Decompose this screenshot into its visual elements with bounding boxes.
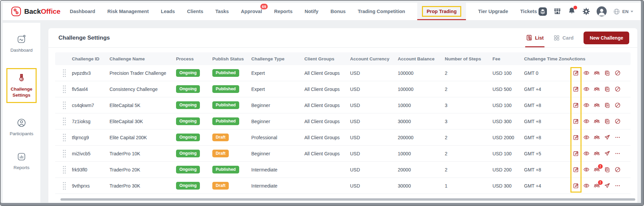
- eye-icon[interactable]: [583, 150, 590, 157]
- cell-drag: [55, 113, 72, 129]
- notifications-bell[interactable]: [568, 7, 576, 16]
- more-icon[interactable]: [614, 134, 621, 141]
- ban-icon[interactable]: [614, 86, 621, 92]
- gear-icon[interactable]: [582, 7, 590, 15]
- cell-challenge-name: Precision Trader Challenge: [110, 65, 176, 81]
- edit-icon[interactable]: [573, 70, 579, 76]
- drag-handle[interactable]: [62, 85, 66, 93]
- cell-challenge-id: flv5axl4: [72, 81, 110, 97]
- cell-challenge-name: EliteCapital 30K: [110, 113, 176, 129]
- process-badge-cell: Ongoing: [176, 97, 212, 113]
- publish-status-badge-cell: Draft: [212, 130, 251, 145]
- ban-icon[interactable]: [614, 70, 621, 76]
- nav-item-prop-trading[interactable]: Prop Trading: [417, 3, 466, 20]
- edit-icon[interactable]: [573, 102, 579, 108]
- table-row: tfqrncg9Elite Capital 200KOngoingDraftPr…: [55, 130, 631, 146]
- eye-icon[interactable]: [583, 118, 590, 124]
- nav-item-tickets[interactable]: Tickets: [520, 3, 537, 20]
- sidebar-item-reports[interactable]: Reports: [13, 152, 29, 171]
- column-header-publish-status: Publish Status: [212, 52, 251, 65]
- eye-icon[interactable]: [583, 166, 590, 173]
- users-icon[interactable]: [594, 134, 600, 141]
- nav-item-reports[interactable]: Reports: [274, 3, 293, 20]
- drag-handle[interactable]: [62, 149, 66, 158]
- cell-challenge-id: 7z1ioksg: [72, 113, 110, 129]
- process-badge: Ongoing: [176, 101, 200, 109]
- drag-handle[interactable]: [62, 182, 66, 190]
- ban-icon[interactable]: [614, 166, 621, 173]
- avatar[interactable]: [597, 6, 607, 16]
- edit-icon[interactable]: [573, 183, 579, 189]
- eye-icon: [583, 166, 590, 173]
- nav-item-label: Clients: [187, 9, 203, 14]
- layers-icon[interactable]: [539, 7, 547, 16]
- horizontal-scrollbar[interactable]: [60, 198, 635, 201]
- ban-icon[interactable]: [614, 118, 621, 124]
- card-view-toggle[interactable]: Card: [554, 28, 573, 47]
- language-selector[interactable]: EN: [613, 8, 633, 15]
- cell-number-of-steps: 2: [445, 146, 492, 161]
- users-icon[interactable]: [594, 102, 600, 108]
- edit-icon[interactable]: [573, 86, 579, 92]
- edit-icon[interactable]: [573, 134, 579, 141]
- list-view-toggle[interactable]: List: [526, 28, 544, 47]
- users-icon[interactable]: [594, 70, 600, 76]
- cell-client-groups: All Client Groups: [304, 65, 350, 81]
- nav-item-tasks[interactable]: Tasks: [215, 3, 229, 20]
- send-icon[interactable]: [604, 150, 610, 157]
- ban-icon[interactable]: [614, 102, 621, 108]
- send-icon[interactable]: [604, 134, 610, 141]
- users-alert-icon[interactable]: !: [594, 183, 600, 189]
- drag-handle[interactable]: [62, 101, 66, 109]
- eye-icon[interactable]: [583, 70, 590, 76]
- drag-handle[interactable]: [62, 165, 66, 174]
- nav-item-bonus[interactable]: Bonus: [331, 3, 346, 20]
- send-icon[interactable]: [604, 183, 610, 189]
- sidebar-item-participants[interactable]: Participants: [10, 118, 34, 137]
- nav-item-approval[interactable]: Approval69: [241, 3, 262, 20]
- copy-icon[interactable]: [604, 166, 610, 173]
- nav-item-clients[interactable]: Clients: [187, 3, 203, 20]
- copy-icon[interactable]: [604, 70, 610, 76]
- nav-item-dashboard[interactable]: Dashboard: [70, 3, 95, 20]
- nav-item-label: Bonus: [331, 9, 346, 14]
- nav-item-trading-competition[interactable]: Trading Competition: [358, 3, 405, 20]
- sidebar-item-challenge-settings[interactable]: Challenge Settings: [6, 68, 37, 103]
- edit-icon[interactable]: [573, 166, 579, 173]
- drag-handle[interactable]: [62, 117, 66, 125]
- brand-logo[interactable]: BackOffice: [11, 3, 60, 20]
- eye-icon[interactable]: [583, 134, 590, 141]
- drag-handle[interactable]: [62, 133, 66, 142]
- users-alert-icon[interactable]: !: [594, 166, 600, 173]
- eye-icon: [583, 183, 590, 189]
- copy-icon[interactable]: [604, 86, 610, 92]
- more-icon[interactable]: [614, 150, 621, 157]
- eye-icon[interactable]: [583, 102, 590, 108]
- process-badge: Ongoing: [176, 69, 200, 77]
- nav-item-notify[interactable]: Notify: [305, 3, 318, 20]
- copy-icon[interactable]: [604, 102, 610, 108]
- users-icon[interactable]: [594, 118, 600, 124]
- users-icon[interactable]: [594, 150, 600, 157]
- nav-item-tier-upgrade[interactable]: Tier Upgrade: [478, 3, 508, 20]
- cell-account-currency: USD: [350, 162, 398, 177]
- drag-handle[interactable]: [62, 69, 66, 77]
- copy-icon[interactable]: [604, 118, 610, 124]
- nav-item-leads[interactable]: Leads: [161, 3, 175, 20]
- eye-icon[interactable]: [583, 183, 590, 189]
- store-icon[interactable]: [553, 7, 561, 15]
- nav-item-risk-management[interactable]: Risk Management: [107, 3, 148, 20]
- publish-status-badge-cell: Draft: [212, 146, 251, 161]
- cell-actions: [569, 146, 631, 161]
- users-icon[interactable]: [594, 86, 600, 92]
- users-icon: [594, 86, 600, 92]
- more-icon[interactable]: [614, 183, 621, 189]
- sidebar-item-dashboard[interactable]: Dashboard: [10, 34, 33, 53]
- edit-icon[interactable]: [573, 150, 579, 157]
- new-challenge-button[interactable]: New Challenge: [584, 32, 629, 44]
- cell-challenge-time-zone: GMT +8: [524, 113, 569, 129]
- edit-icon[interactable]: [573, 118, 579, 124]
- eye-icon[interactable]: [583, 86, 590, 92]
- cell-fee: USD 500: [492, 81, 524, 97]
- nav-item-label: Tasks: [215, 9, 229, 14]
